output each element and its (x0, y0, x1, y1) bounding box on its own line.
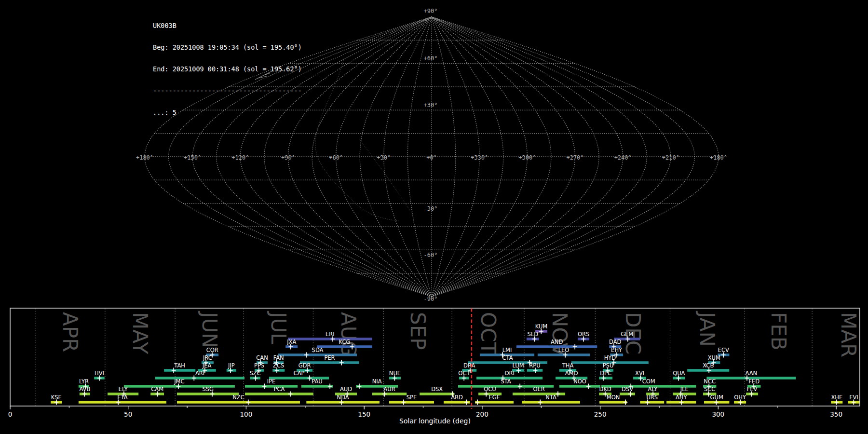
shower-code-label: JIP (228, 362, 235, 369)
peak-marker (586, 384, 591, 389)
month-label: MAR (837, 312, 860, 357)
shower-GUM: GUM (704, 394, 729, 405)
shower-code-label: NTA (545, 394, 556, 401)
activity-bar (516, 345, 597, 348)
shower-code-label: PSU (603, 362, 614, 369)
shower-code-label: NUE (389, 370, 401, 377)
peak-marker (475, 400, 480, 405)
shower-JXA: JXA (285, 339, 298, 350)
sky-longitude-label: +300° (518, 154, 536, 161)
shower-ETA: ETA (79, 394, 166, 405)
shower-SPE: SPE (389, 394, 434, 405)
shower-code-label: ARI (195, 370, 204, 377)
axis-tick-label: 300 (712, 410, 724, 418)
shower-CAM: CAM (150, 386, 164, 397)
sky-longitude-label: +30° (377, 154, 391, 161)
shower-code-label: NOO (573, 378, 586, 385)
shower-code-label: AAN (746, 370, 758, 377)
shower-XCB: XCB (687, 362, 729, 373)
shower-code-label: SPE (407, 394, 417, 401)
shower-AVB: AVB (79, 386, 90, 397)
shower-SZC: SZC (249, 370, 260, 381)
shower-code-label: COM (642, 378, 655, 385)
shower-EGE: EGE (475, 394, 514, 405)
begin-time-line: Beg: 20251008 19:05:34 (sol = 195.40°) (153, 44, 302, 51)
activity-bar (177, 401, 300, 404)
shower-OCT: OCT (458, 370, 470, 381)
sky-longitude-label: +60° (329, 154, 343, 161)
shower-code-label: KCG (339, 339, 351, 345)
axis-tick-label: 150 (358, 410, 370, 418)
shower-EVI: EVI (848, 394, 860, 405)
peak-marker (288, 392, 293, 397)
shower-code-label: NCC (704, 378, 716, 385)
shower-code-label: TAH (174, 362, 185, 369)
shower-code-label: HVI (95, 370, 104, 377)
sky-latitude-label: +60° (424, 55, 438, 62)
shower-code-label: OCT (458, 370, 470, 377)
shower-NZC: NZC (177, 394, 300, 405)
peak-marker (328, 384, 332, 389)
shower-code-label: MON (607, 394, 620, 401)
shower-code-label: DKD (599, 386, 611, 393)
peak-marker (464, 400, 469, 405)
shower-ARD: ARD (444, 394, 470, 405)
shower-code-label: AMO (565, 370, 578, 377)
meteor-observation-screen: +180°+150°+120°+90°+60°+30°+0°+330°+300°… (0, 0, 868, 434)
shower-DSV: DSV (620, 386, 635, 397)
axis-tick-label: 200 (476, 410, 488, 418)
activity-bar (559, 385, 600, 388)
shower-code-label: AUD (340, 386, 352, 393)
shower-code-label: OER (533, 386, 544, 393)
activity-bar (475, 401, 514, 404)
axis-tick-label: 350 (830, 410, 842, 418)
shower-NUE: NUE (389, 370, 401, 381)
sky-longitude-label: +120° (231, 154, 249, 161)
shower-code-label: ORS (578, 331, 589, 338)
shower-DSX: DSX (420, 386, 455, 397)
shower-code-label: NZC (232, 394, 244, 401)
sky-reference-curve (359, 139, 413, 215)
shower-code-label: DAD (609, 339, 622, 345)
peak-marker (624, 400, 628, 405)
activity-timeline: APRMAYJUNJULAUGSEPOCTNOVDECJANFEBMARKUME… (8, 308, 860, 425)
sky-longitude-label: +210° (662, 154, 679, 161)
shower-code-label: SLD (528, 331, 539, 338)
x-axis-title: Solar longitude (deg) (399, 417, 471, 425)
shower-JMC: JMC (124, 378, 235, 389)
shower-code-label: PCA (274, 386, 285, 393)
shower-code-label: CAM (151, 386, 163, 393)
activity-bar (620, 393, 635, 395)
shower-code-label: CAP (294, 370, 305, 377)
shower-code-label: XCB (703, 362, 714, 369)
activity-bar (317, 345, 372, 348)
shower-code-label: GUM (710, 394, 723, 401)
axis-tick-label: 250 (594, 410, 607, 418)
shower-RPU: RPU (527, 362, 542, 373)
peak-marker (357, 384, 361, 389)
sky-longitude-label: +180° (710, 154, 727, 161)
shower-code-label: ZCS (273, 362, 284, 369)
shower-code-label: OCU (484, 386, 496, 393)
sky-longitude-label: +0° (426, 154, 437, 161)
shower-PAU: PAU (301, 378, 333, 389)
sky-longitude-label: +270° (566, 154, 583, 161)
shower-code-label: KSE (51, 394, 62, 401)
shower-KSE: KSE (51, 394, 62, 405)
shower-MON: MON (599, 394, 627, 405)
shower-HVI: HVI (94, 370, 105, 381)
activity-bar (177, 393, 239, 395)
peak-marker (304, 353, 309, 358)
shower-code-label: SSG (202, 386, 214, 393)
shower-NOO: NOO (559, 378, 600, 389)
shower-code-label: ARD (451, 394, 463, 401)
end-time-line: End: 20251009 00:31:48 (sol = 195.62°) (153, 66, 302, 73)
shower-DPC: DPC (599, 370, 612, 381)
shower-code-label: LEO (558, 347, 570, 353)
shower-code-label: FED (748, 378, 760, 385)
shower-IPE: IPE (245, 378, 298, 389)
shower-code-label: GEM (621, 331, 633, 338)
shower-code-label: THA (562, 362, 574, 369)
activity-bar (164, 369, 195, 372)
shower-QUA: QUA (673, 370, 685, 381)
